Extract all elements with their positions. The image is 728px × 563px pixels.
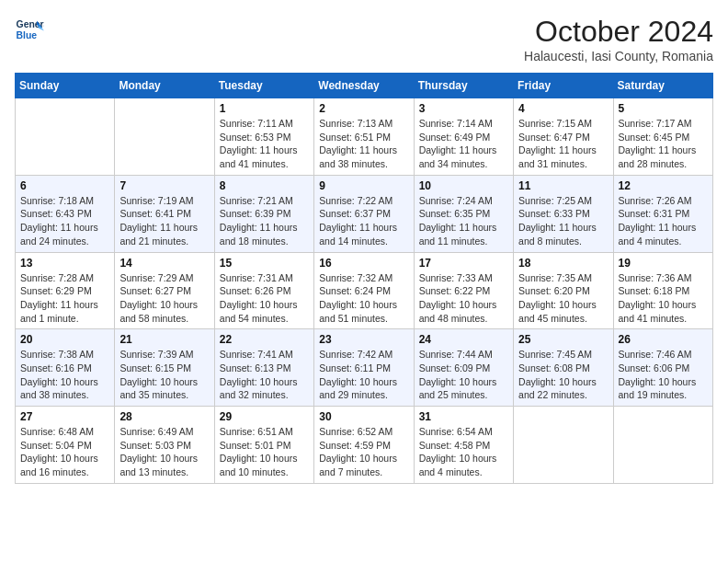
day-number: 27 [20,410,109,423]
calendar-week-row: 1Sunrise: 7:11 AM Sunset: 6:53 PM Daylig… [16,98,713,176]
day-number: 13 [20,257,109,270]
logo: General Blue [15,15,44,44]
day-number: 29 [220,410,309,423]
calendar-cell: 22Sunrise: 7:41 AM Sunset: 6:13 PM Dayli… [214,329,313,407]
calendar-cell: 2Sunrise: 7:13 AM Sunset: 6:51 PM Daylig… [314,98,414,176]
day-number: 30 [319,410,408,423]
calendar-cell: 12Sunrise: 7:26 AM Sunset: 6:31 PM Dayli… [613,175,712,252]
day-info: Sunrise: 7:13 AM Sunset: 6:51 PM Dayligh… [319,117,408,171]
day-number: 15 [220,257,309,270]
calendar-body: 1Sunrise: 7:11 AM Sunset: 6:53 PM Daylig… [16,98,713,484]
day-number: 12 [619,179,708,192]
svg-text:Blue: Blue [17,30,38,40]
day-number: 22 [220,333,309,346]
day-number: 18 [518,257,608,270]
day-number: 3 [419,102,508,115]
calendar-cell: 23Sunrise: 7:42 AM Sunset: 6:11 PM Dayli… [314,329,414,407]
calendar-cell [16,98,115,176]
day-info: Sunrise: 7:31 AM Sunset: 6:26 PM Dayligh… [220,271,309,326]
day-info: Sunrise: 7:21 AM Sunset: 6:39 PM Dayligh… [220,194,309,248]
day-number: 10 [419,179,508,192]
day-info: Sunrise: 7:17 AM Sunset: 6:45 PM Dayligh… [619,117,708,171]
day-info: Sunrise: 6:52 AM Sunset: 4:59 PM Dayligh… [319,425,408,479]
day-info: Sunrise: 6:54 AM Sunset: 4:58 PM Dayligh… [419,425,508,479]
calendar-cell [613,407,712,484]
title-block: October 2024 Halaucesti, Iasi County, Ro… [524,15,713,63]
day-number: 7 [119,179,209,192]
calendar-cell: 13Sunrise: 7:28 AM Sunset: 6:29 PM Dayli… [16,252,115,329]
calendar-cell: 11Sunrise: 7:25 AM Sunset: 6:33 PM Dayli… [514,175,613,252]
page-header: General Blue October 2024 Halaucesti, Ia… [15,15,713,63]
day-number: 31 [419,410,508,423]
day-info: Sunrise: 7:44 AM Sunset: 6:09 PM Dayligh… [419,348,508,402]
calendar-cell: 4Sunrise: 7:15 AM Sunset: 6:47 PM Daylig… [514,98,613,176]
day-info: Sunrise: 7:25 AM Sunset: 6:33 PM Dayligh… [518,194,608,248]
day-number: 6 [20,179,109,192]
day-info: Sunrise: 7:14 AM Sunset: 6:49 PM Dayligh… [419,117,508,171]
calendar-week-row: 6Sunrise: 7:18 AM Sunset: 6:43 PM Daylig… [16,175,713,252]
day-info: Sunrise: 6:48 AM Sunset: 5:04 PM Dayligh… [20,425,109,479]
day-info: Sunrise: 7:45 AM Sunset: 6:08 PM Dayligh… [518,348,608,402]
weekday-header: Tuesday [214,74,313,98]
calendar-cell: 5Sunrise: 7:17 AM Sunset: 6:45 PM Daylig… [613,98,712,176]
day-info: Sunrise: 7:32 AM Sunset: 6:24 PM Dayligh… [319,271,408,326]
day-info: Sunrise: 7:28 AM Sunset: 6:29 PM Dayligh… [20,271,109,326]
calendar-cell: 24Sunrise: 7:44 AM Sunset: 6:09 PM Dayli… [414,329,513,407]
month-title: October 2024 [524,15,713,49]
calendar-cell: 15Sunrise: 7:31 AM Sunset: 6:26 PM Dayli… [214,252,313,329]
calendar-cell: 29Sunrise: 6:51 AM Sunset: 5:01 PM Dayli… [214,407,313,484]
day-number: 21 [119,333,209,346]
day-number: 2 [319,102,408,115]
day-number: 1 [220,102,309,115]
weekday-header: Thursday [414,74,513,98]
calendar-cell: 7Sunrise: 7:19 AM Sunset: 6:41 PM Daylig… [115,175,214,252]
day-number: 28 [119,410,209,423]
day-number: 24 [419,333,508,346]
weekday-header: Friday [514,74,613,98]
calendar-cell: 10Sunrise: 7:24 AM Sunset: 6:35 PM Dayli… [414,175,513,252]
calendar-cell [115,98,214,176]
day-number: 4 [518,102,608,115]
calendar-week-row: 13Sunrise: 7:28 AM Sunset: 6:29 PM Dayli… [16,252,713,329]
day-number: 14 [119,257,209,270]
day-info: Sunrise: 7:42 AM Sunset: 6:11 PM Dayligh… [319,348,408,402]
day-info: Sunrise: 6:51 AM Sunset: 5:01 PM Dayligh… [220,425,309,479]
calendar-cell: 20Sunrise: 7:38 AM Sunset: 6:16 PM Dayli… [16,329,115,407]
day-number: 25 [518,333,608,346]
day-info: Sunrise: 7:41 AM Sunset: 6:13 PM Dayligh… [220,348,309,402]
day-info: Sunrise: 7:29 AM Sunset: 6:27 PM Dayligh… [119,271,209,326]
calendar-cell: 19Sunrise: 7:36 AM Sunset: 6:18 PM Dayli… [613,252,712,329]
day-number: 9 [319,179,408,192]
calendar-cell: 6Sunrise: 7:18 AM Sunset: 6:43 PM Daylig… [16,175,115,252]
day-info: Sunrise: 7:22 AM Sunset: 6:37 PM Dayligh… [319,194,408,248]
day-info: Sunrise: 7:18 AM Sunset: 6:43 PM Dayligh… [20,194,109,248]
day-number: 17 [419,257,508,270]
calendar-cell: 14Sunrise: 7:29 AM Sunset: 6:27 PM Dayli… [115,252,214,329]
weekday-header: Wednesday [314,74,414,98]
calendar-cell: 25Sunrise: 7:45 AM Sunset: 6:08 PM Dayli… [514,329,613,407]
day-number: 19 [619,257,708,270]
calendar-week-row: 27Sunrise: 6:48 AM Sunset: 5:04 PM Dayli… [16,407,713,484]
day-info: Sunrise: 7:11 AM Sunset: 6:53 PM Dayligh… [220,117,309,171]
calendar-week-row: 20Sunrise: 7:38 AM Sunset: 6:16 PM Dayli… [16,329,713,407]
calendar-cell: 16Sunrise: 7:32 AM Sunset: 6:24 PM Dayli… [314,252,414,329]
day-info: Sunrise: 7:15 AM Sunset: 6:47 PM Dayligh… [518,117,608,171]
calendar-cell: 31Sunrise: 6:54 AM Sunset: 4:58 PM Dayli… [414,407,513,484]
calendar-cell: 3Sunrise: 7:14 AM Sunset: 6:49 PM Daylig… [414,98,513,176]
calendar-cell: 1Sunrise: 7:11 AM Sunset: 6:53 PM Daylig… [214,98,313,176]
day-info: Sunrise: 7:39 AM Sunset: 6:15 PM Dayligh… [119,348,209,402]
day-number: 26 [619,333,708,346]
day-number: 8 [220,179,309,192]
calendar-cell: 30Sunrise: 6:52 AM Sunset: 4:59 PM Dayli… [314,407,414,484]
day-number: 5 [619,102,708,115]
calendar-cell [514,407,613,484]
day-number: 11 [518,179,608,192]
calendar-cell: 9Sunrise: 7:22 AM Sunset: 6:37 PM Daylig… [314,175,414,252]
calendar-header-row: SundayMondayTuesdayWednesdayThursdayFrid… [16,74,713,98]
day-info: Sunrise: 7:46 AM Sunset: 6:06 PM Dayligh… [619,348,708,402]
day-info: Sunrise: 7:35 AM Sunset: 6:20 PM Dayligh… [518,271,608,326]
day-info: Sunrise: 7:19 AM Sunset: 6:41 PM Dayligh… [119,194,209,248]
day-info: Sunrise: 7:36 AM Sunset: 6:18 PM Dayligh… [619,271,708,326]
weekday-header: Saturday [613,74,712,98]
calendar-cell: 17Sunrise: 7:33 AM Sunset: 6:22 PM Dayli… [414,252,513,329]
